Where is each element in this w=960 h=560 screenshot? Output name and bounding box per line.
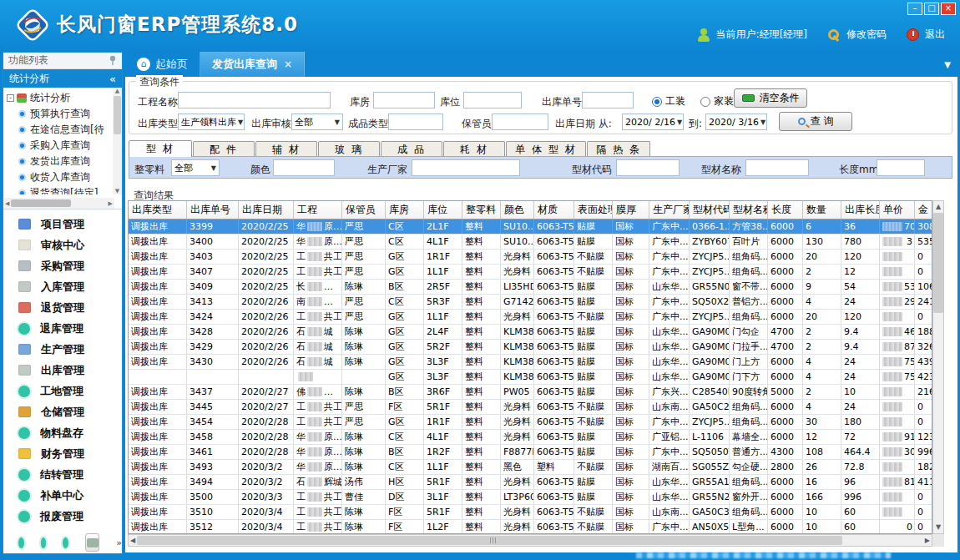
tab-shipment-outbound-query[interactable]: 发货出库查询× bbox=[200, 52, 305, 77]
table-row[interactable]: 调拨出库34242020/2/26工共工程严思G区1L1F整料光身料6063-T… bbox=[129, 310, 932, 325]
sidebar-item[interactable]: 仓储管理 bbox=[3, 401, 122, 422]
table-row[interactable]: 调拨出库34612020/2/28华原…陈琳B区1R2F整料F8877FT606… bbox=[129, 445, 932, 460]
column-header[interactable]: 材质 bbox=[534, 201, 574, 219]
scroll-up-icon[interactable]: ▲ bbox=[936, 201, 941, 213]
warehouse-input[interactable] bbox=[373, 92, 435, 108]
module-dot-icon[interactable] bbox=[41, 537, 47, 548]
column-header[interactable]: 长度 bbox=[768, 201, 803, 219]
scrollbar-thumb[interactable] bbox=[933, 213, 943, 313]
change-password-link[interactable]: 修改密码 bbox=[846, 28, 887, 42]
maximize-button[interactable]: □ bbox=[924, 3, 939, 15]
tree-vertical-scrollbar[interactable]: ▲ ▼ bbox=[113, 88, 122, 194]
tab-start-page[interactable]: ⌂起始页 bbox=[125, 52, 200, 77]
table-row[interactable]: 调拨出库34452020/2/27工共工程严思F区5R1F整料光身料6063-T… bbox=[129, 400, 932, 415]
module-dot-icon[interactable] bbox=[18, 537, 24, 548]
scroll-up-icon[interactable]: ▲ bbox=[115, 88, 119, 94]
module-dot-icon[interactable] bbox=[63, 537, 68, 548]
scroll-down-icon[interactable]: ▼ bbox=[115, 188, 119, 194]
material-tab[interactable]: 型 材 bbox=[129, 140, 192, 157]
table-row[interactable]: 调拨出库34092020/2/25长…陈琳B区2R5F整料LI35HD6063-… bbox=[129, 280, 932, 295]
scroll-right-icon[interactable]: ▶ bbox=[109, 200, 113, 207]
sidebar-item[interactable]: 补单中心 bbox=[3, 485, 122, 506]
zl-select[interactable]: 全部▼ bbox=[171, 159, 220, 176]
table-row[interactable]: 调拨出库34002020/2/25华原…严思C区4L1F整料SU10...606… bbox=[129, 235, 932, 250]
product-type-input[interactable] bbox=[388, 114, 443, 130]
keeper-input[interactable] bbox=[492, 114, 548, 130]
material-tab[interactable]: 玻 璃 bbox=[318, 141, 380, 157]
sidebar-item[interactable]: 结转管理 bbox=[3, 464, 122, 485]
table-row[interactable]: 调拨出库34942020/3/2石辉城汤伟H区5R1F整料光身料6063-T5贴… bbox=[129, 475, 932, 490]
column-header[interactable]: 生产厂家 bbox=[649, 201, 690, 219]
column-header[interactable]: 型材名称 bbox=[730, 201, 768, 219]
section-header-stats[interactable]: 统计分析 « bbox=[3, 69, 122, 88]
logout-link[interactable]: 退出 bbox=[925, 28, 945, 42]
tree-horizontal-scrollbar[interactable]: ◀ ▶ bbox=[3, 198, 114, 209]
tab-list-caret-icon[interactable]: ▼ bbox=[944, 60, 951, 69]
scrollbar-thumb[interactable] bbox=[137, 536, 842, 545]
column-header[interactable]: 整零料 bbox=[462, 201, 501, 219]
table-horizontal-scrollbar[interactable]: ◀ ▶ bbox=[128, 534, 932, 547]
tree-item[interactable]: 发货出库查询 bbox=[7, 154, 122, 169]
table-row[interactable]: G区3L3F整料KLM38176063-T5贴膜国标山东华...GA90M09.… bbox=[129, 370, 932, 385]
profile-name-input[interactable] bbox=[745, 159, 809, 176]
length-input[interactable] bbox=[877, 159, 925, 176]
tree-item[interactable]: 退货查询[待定] bbox=[7, 185, 122, 194]
radio-jiazhuang[interactable]: 家装 bbox=[700, 94, 734, 108]
scrollbar-thumb[interactable] bbox=[114, 96, 121, 134]
column-header[interactable]: 出库长度 bbox=[841, 201, 880, 219]
tree-item[interactable]: 预算执行查询 bbox=[7, 106, 122, 122]
column-header[interactable]: 出库日期 bbox=[239, 201, 294, 219]
sidebar-item[interactable]: 审核中心 bbox=[3, 235, 122, 255]
color-input[interactable] bbox=[273, 159, 335, 176]
sidebar-item[interactable]: 物料盘存 bbox=[3, 422, 122, 443]
scrollbar-thumb[interactable] bbox=[11, 199, 71, 207]
tree-item[interactable]: 采购入库查询 bbox=[7, 138, 122, 154]
cart-module-button[interactable] bbox=[85, 533, 99, 552]
expand-icon[interactable]: - bbox=[7, 94, 14, 102]
table-row[interactable]: 调拨出库34292020/2/26石城陈琳G区5R2F整料KLM38176063… bbox=[129, 340, 932, 355]
sidebar-item[interactable]: 工地管理 bbox=[3, 381, 122, 401]
sidebar-item[interactable]: 项目管理 bbox=[3, 214, 122, 235]
column-header[interactable]: 库房 bbox=[386, 201, 424, 219]
material-tab[interactable]: 耗 材 bbox=[443, 141, 505, 157]
column-header[interactable]: 出库类型 bbox=[129, 201, 187, 219]
column-header[interactable]: 单价 bbox=[880, 201, 915, 219]
sidebar-item[interactable]: 出库管理 bbox=[3, 360, 122, 381]
column-header[interactable]: 颜色 bbox=[501, 201, 534, 219]
table-vertical-scrollbar[interactable]: ▲ ▼ bbox=[932, 200, 944, 534]
order-no-input[interactable] bbox=[582, 92, 634, 108]
column-header[interactable]: 工程 bbox=[294, 201, 342, 219]
date-to-select[interactable]: 2020/ 3/16▼ bbox=[705, 114, 767, 130]
close-button[interactable]: × bbox=[941, 3, 956, 15]
scroll-down-icon[interactable]: ▼ bbox=[936, 522, 941, 533]
scroll-right-icon[interactable]: ▶ bbox=[925, 537, 930, 544]
scroll-left-icon[interactable]: ◀ bbox=[130, 537, 135, 544]
scroll-left-icon[interactable]: ◀ bbox=[5, 200, 9, 207]
table-row[interactable]: 调拨出库34072020/2/25工共工程严思G区1L1F整料光身料6063-T… bbox=[129, 265, 932, 280]
column-header[interactable]: 库位 bbox=[424, 201, 462, 219]
table-row[interactable]: 调拨出库35002020/3/3工共工程曹佳D区3L1F整料LT3P606063… bbox=[129, 490, 932, 505]
column-header[interactable]: 膜厚 bbox=[613, 201, 649, 219]
audit-select[interactable]: 全部▼ bbox=[291, 114, 343, 130]
table-row[interactable]: 调拨出库35102020/3/4工共工程陈琳F区5R1F整料光身料6063-T5… bbox=[129, 505, 932, 520]
material-tab[interactable]: 辅 材 bbox=[255, 141, 317, 157]
table-row[interactable]: 调拨出库34282020/2/26石城陈琳G区2L4F整料KLM38176063… bbox=[129, 325, 932, 340]
table-row[interactable]: 调拨出库34932020/3/2华原…陈琳C区1L1F整料黑色塑料不贴膜国标湖南… bbox=[129, 460, 932, 475]
material-tab[interactable]: 隔 热 条 bbox=[587, 141, 650, 157]
radio-gongzhuang[interactable]: 工装 bbox=[652, 94, 685, 108]
clear-conditions-button[interactable]: 清空条件 bbox=[734, 88, 807, 108]
table-row[interactable]: 调拨出库34132020/2/26南…严思C区5R3F整料G714226063-… bbox=[129, 295, 932, 310]
table-row[interactable]: 调拨出库34032020/2/25工共工程严思G区1R1F整料光身料6063-T… bbox=[129, 250, 932, 265]
sidebar-item[interactable]: 财务管理 bbox=[3, 443, 122, 464]
column-header[interactable]: 出库单号 bbox=[187, 201, 239, 219]
search-button[interactable]: 查 询 bbox=[779, 112, 852, 131]
table-row[interactable]: 调拨出库34302020/2/26石城陈琳G区3L3F整料KLM38176063… bbox=[129, 355, 932, 370]
table-row[interactable]: 调拨出库35122020/3/4工共工程陈琳F区1L2F整料光身料6063-T5… bbox=[129, 520, 932, 534]
column-header[interactable]: 型材代码 bbox=[690, 201, 730, 219]
tree-root-stats[interactable]: -统计分析 bbox=[7, 90, 122, 106]
column-header[interactable]: 金 bbox=[915, 201, 932, 219]
column-header[interactable]: 表面处理 bbox=[574, 201, 613, 219]
material-tab[interactable]: 配 件 bbox=[193, 141, 255, 157]
location-input[interactable] bbox=[463, 92, 522, 108]
table-row[interactable]: 调拨出库34372020/2/27佛…陈琳B区3R6F整料PW056063-T5… bbox=[129, 385, 932, 400]
